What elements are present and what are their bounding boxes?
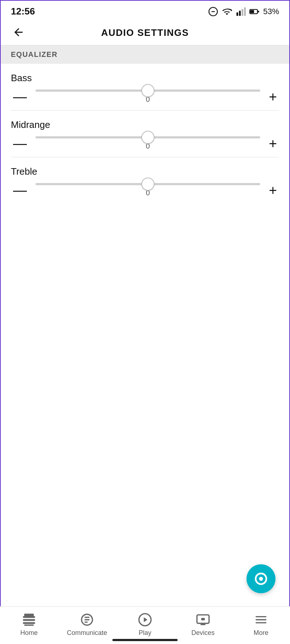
equalizer-section-header: EQUALIZER [1,45,289,64]
svg-rect-4 [241,9,243,16]
equalizer-label: EQUALIZER [11,50,58,58]
midrange-slider-track[interactable] [36,136,260,138]
bass-section: Bass — 0 + [1,64,289,104]
nav-devices[interactable]: Devices [174,607,232,644]
svg-rect-7 [258,11,259,12]
wifi-icon [222,7,232,17]
midrange-slider-row: — 0 + [11,136,279,150]
nav-devices-label: Devices [191,629,215,637]
bass-plus-button[interactable]: + [267,90,279,104]
bass-label: Bass [11,72,279,84]
treble-slider-track[interactable] [36,183,260,185]
svg-rect-11 [23,616,35,618]
svg-rect-22 [256,622,266,623]
svg-rect-12 [23,619,35,621]
back-arrow-icon [12,26,25,38]
fab-icon [253,571,269,587]
treble-slider-thumb[interactable] [141,178,154,191]
midrange-slider-track-wrap: 0 [36,136,260,150]
home-icon [22,612,36,627]
nav-home-label: Home [20,629,38,637]
treble-section: Treble — 0 + [1,157,289,197]
bottom-nav: Home Communicate Play Devices More [0,606,290,644]
treble-slider-track-wrap: 0 [36,183,260,197]
svg-point-10 [259,577,263,581]
svg-rect-3 [239,11,241,16]
svg-rect-5 [244,7,246,16]
signal-icon [236,7,246,17]
status-bar: 12:56 53% [1,1,289,21]
bass-minus-button[interactable]: — [11,90,29,104]
midrange-label: Midrange [11,119,279,130]
svg-rect-2 [236,12,238,16]
midrange-section: Midrange — 0 + [1,111,289,150]
treble-label: Treble [11,166,279,177]
midrange-plus-button[interactable]: + [267,137,279,150]
battery-icon [249,7,260,17]
nav-play[interactable]: Play [116,607,174,644]
fab-button[interactable] [246,564,276,593]
bass-slider-track-wrap: 0 [36,90,260,104]
home-indicator [112,639,178,641]
back-button[interactable] [11,25,26,41]
page-title: AUDIO SETTINGS [101,27,189,38]
svg-rect-13 [23,622,35,624]
svg-marker-17 [144,617,148,622]
svg-rect-15 [24,624,34,626]
page-header: AUDIO SETTINGS [1,21,289,45]
bass-slider-track[interactable] [36,90,260,92]
more-icon [254,612,268,627]
treble-slider-row: — 0 + [11,183,279,197]
status-time: 12:56 [11,6,35,17]
svg-rect-21 [256,619,266,620]
bass-slider-thumb[interactable] [141,84,154,97]
bass-slider-row: — 0 + [11,90,279,104]
play-icon [138,612,152,627]
dnd-icon [208,7,218,17]
nav-communicate-label: Communicate [67,629,107,637]
treble-plus-button[interactable]: + [267,183,279,197]
svg-rect-19 [201,618,205,620]
communicate-icon [80,612,94,627]
nav-communicate[interactable]: Communicate [58,607,116,644]
midrange-minus-button[interactable]: — [11,137,29,150]
svg-rect-20 [256,616,266,617]
svg-rect-8 [250,10,254,13]
nav-more-label: More [253,629,268,637]
midrange-slider-thumb[interactable] [141,131,154,144]
nav-more[interactable]: More [232,607,290,644]
treble-minus-button[interactable]: — [11,183,29,197]
svg-rect-14 [24,614,34,616]
nav-play-label: Play [138,629,151,637]
status-icons: 53% [208,7,279,17]
battery-level: 53% [263,7,279,16]
devices-icon [196,612,210,627]
nav-home[interactable]: Home [0,607,58,644]
